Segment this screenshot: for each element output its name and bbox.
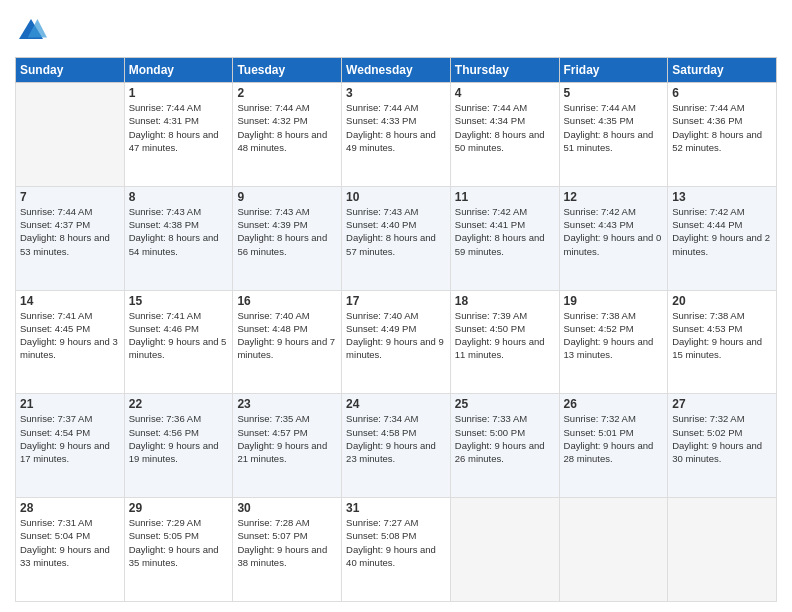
day-number: 5 bbox=[564, 86, 664, 100]
calendar-cell: 11Sunrise: 7:42 AMSunset: 4:41 PMDayligh… bbox=[450, 186, 559, 290]
calendar-cell: 8Sunrise: 7:43 AMSunset: 4:38 PMDaylight… bbox=[124, 186, 233, 290]
day-number: 12 bbox=[564, 190, 664, 204]
header bbox=[15, 15, 777, 47]
day-number: 30 bbox=[237, 501, 337, 515]
cell-info: Sunrise: 7:40 AMSunset: 4:49 PMDaylight:… bbox=[346, 309, 446, 362]
cell-info: Sunrise: 7:34 AMSunset: 4:58 PMDaylight:… bbox=[346, 412, 446, 465]
page: SundayMondayTuesdayWednesdayThursdayFrid… bbox=[0, 0, 792, 612]
calendar-cell bbox=[450, 498, 559, 602]
cell-info: Sunrise: 7:44 AMSunset: 4:37 PMDaylight:… bbox=[20, 205, 120, 258]
cell-info: Sunrise: 7:28 AMSunset: 5:07 PMDaylight:… bbox=[237, 516, 337, 569]
calendar-cell: 17Sunrise: 7:40 AMSunset: 4:49 PMDayligh… bbox=[342, 290, 451, 394]
col-header-sunday: Sunday bbox=[16, 58, 125, 83]
logo-icon bbox=[15, 15, 47, 47]
cell-info: Sunrise: 7:44 AMSunset: 4:31 PMDaylight:… bbox=[129, 101, 229, 154]
calendar-cell: 31Sunrise: 7:27 AMSunset: 5:08 PMDayligh… bbox=[342, 498, 451, 602]
cell-info: Sunrise: 7:43 AMSunset: 4:38 PMDaylight:… bbox=[129, 205, 229, 258]
cell-info: Sunrise: 7:41 AMSunset: 4:45 PMDaylight:… bbox=[20, 309, 120, 362]
day-number: 26 bbox=[564, 397, 664, 411]
cell-info: Sunrise: 7:44 AMSunset: 4:35 PMDaylight:… bbox=[564, 101, 664, 154]
calendar-header-row: SundayMondayTuesdayWednesdayThursdayFrid… bbox=[16, 58, 777, 83]
day-number: 20 bbox=[672, 294, 772, 308]
cell-info: Sunrise: 7:35 AMSunset: 4:57 PMDaylight:… bbox=[237, 412, 337, 465]
col-header-friday: Friday bbox=[559, 58, 668, 83]
calendar-cell: 12Sunrise: 7:42 AMSunset: 4:43 PMDayligh… bbox=[559, 186, 668, 290]
cell-info: Sunrise: 7:42 AMSunset: 4:43 PMDaylight:… bbox=[564, 205, 664, 258]
cell-info: Sunrise: 7:40 AMSunset: 4:48 PMDaylight:… bbox=[237, 309, 337, 362]
day-number: 18 bbox=[455, 294, 555, 308]
col-header-wednesday: Wednesday bbox=[342, 58, 451, 83]
cell-info: Sunrise: 7:44 AMSunset: 4:34 PMDaylight:… bbox=[455, 101, 555, 154]
calendar-week-4: 21Sunrise: 7:37 AMSunset: 4:54 PMDayligh… bbox=[16, 394, 777, 498]
day-number: 15 bbox=[129, 294, 229, 308]
cell-info: Sunrise: 7:43 AMSunset: 4:39 PMDaylight:… bbox=[237, 205, 337, 258]
calendar-cell: 2Sunrise: 7:44 AMSunset: 4:32 PMDaylight… bbox=[233, 83, 342, 187]
calendar-cell bbox=[559, 498, 668, 602]
calendar-cell: 25Sunrise: 7:33 AMSunset: 5:00 PMDayligh… bbox=[450, 394, 559, 498]
day-number: 31 bbox=[346, 501, 446, 515]
day-number: 9 bbox=[237, 190, 337, 204]
calendar-cell: 7Sunrise: 7:44 AMSunset: 4:37 PMDaylight… bbox=[16, 186, 125, 290]
calendar-week-1: 1Sunrise: 7:44 AMSunset: 4:31 PMDaylight… bbox=[16, 83, 777, 187]
cell-info: Sunrise: 7:36 AMSunset: 4:56 PMDaylight:… bbox=[129, 412, 229, 465]
day-number: 7 bbox=[20, 190, 120, 204]
cell-info: Sunrise: 7:27 AMSunset: 5:08 PMDaylight:… bbox=[346, 516, 446, 569]
cell-info: Sunrise: 7:39 AMSunset: 4:50 PMDaylight:… bbox=[455, 309, 555, 362]
day-number: 28 bbox=[20, 501, 120, 515]
col-header-monday: Monday bbox=[124, 58, 233, 83]
calendar-cell: 30Sunrise: 7:28 AMSunset: 5:07 PMDayligh… bbox=[233, 498, 342, 602]
calendar-week-2: 7Sunrise: 7:44 AMSunset: 4:37 PMDaylight… bbox=[16, 186, 777, 290]
cell-info: Sunrise: 7:37 AMSunset: 4:54 PMDaylight:… bbox=[20, 412, 120, 465]
day-number: 14 bbox=[20, 294, 120, 308]
calendar-cell: 9Sunrise: 7:43 AMSunset: 4:39 PMDaylight… bbox=[233, 186, 342, 290]
calendar-cell: 15Sunrise: 7:41 AMSunset: 4:46 PMDayligh… bbox=[124, 290, 233, 394]
col-header-tuesday: Tuesday bbox=[233, 58, 342, 83]
cell-info: Sunrise: 7:44 AMSunset: 4:33 PMDaylight:… bbox=[346, 101, 446, 154]
day-number: 11 bbox=[455, 190, 555, 204]
cell-info: Sunrise: 7:32 AMSunset: 5:02 PMDaylight:… bbox=[672, 412, 772, 465]
day-number: 19 bbox=[564, 294, 664, 308]
cell-info: Sunrise: 7:33 AMSunset: 5:00 PMDaylight:… bbox=[455, 412, 555, 465]
calendar-cell: 3Sunrise: 7:44 AMSunset: 4:33 PMDaylight… bbox=[342, 83, 451, 187]
day-number: 3 bbox=[346, 86, 446, 100]
calendar-cell: 10Sunrise: 7:43 AMSunset: 4:40 PMDayligh… bbox=[342, 186, 451, 290]
cell-info: Sunrise: 7:44 AMSunset: 4:32 PMDaylight:… bbox=[237, 101, 337, 154]
calendar-cell: 24Sunrise: 7:34 AMSunset: 4:58 PMDayligh… bbox=[342, 394, 451, 498]
calendar-cell: 6Sunrise: 7:44 AMSunset: 4:36 PMDaylight… bbox=[668, 83, 777, 187]
cell-info: Sunrise: 7:32 AMSunset: 5:01 PMDaylight:… bbox=[564, 412, 664, 465]
day-number: 13 bbox=[672, 190, 772, 204]
calendar-cell bbox=[668, 498, 777, 602]
calendar-cell: 28Sunrise: 7:31 AMSunset: 5:04 PMDayligh… bbox=[16, 498, 125, 602]
cell-info: Sunrise: 7:44 AMSunset: 4:36 PMDaylight:… bbox=[672, 101, 772, 154]
calendar-cell: 5Sunrise: 7:44 AMSunset: 4:35 PMDaylight… bbox=[559, 83, 668, 187]
calendar-cell: 26Sunrise: 7:32 AMSunset: 5:01 PMDayligh… bbox=[559, 394, 668, 498]
calendar-cell: 23Sunrise: 7:35 AMSunset: 4:57 PMDayligh… bbox=[233, 394, 342, 498]
cell-info: Sunrise: 7:31 AMSunset: 5:04 PMDaylight:… bbox=[20, 516, 120, 569]
calendar-week-5: 28Sunrise: 7:31 AMSunset: 5:04 PMDayligh… bbox=[16, 498, 777, 602]
day-number: 21 bbox=[20, 397, 120, 411]
calendar-cell: 4Sunrise: 7:44 AMSunset: 4:34 PMDaylight… bbox=[450, 83, 559, 187]
cell-info: Sunrise: 7:41 AMSunset: 4:46 PMDaylight:… bbox=[129, 309, 229, 362]
day-number: 27 bbox=[672, 397, 772, 411]
day-number: 29 bbox=[129, 501, 229, 515]
day-number: 4 bbox=[455, 86, 555, 100]
day-number: 23 bbox=[237, 397, 337, 411]
calendar-cell bbox=[16, 83, 125, 187]
calendar-cell: 14Sunrise: 7:41 AMSunset: 4:45 PMDayligh… bbox=[16, 290, 125, 394]
calendar-cell: 21Sunrise: 7:37 AMSunset: 4:54 PMDayligh… bbox=[16, 394, 125, 498]
day-number: 10 bbox=[346, 190, 446, 204]
day-number: 16 bbox=[237, 294, 337, 308]
day-number: 25 bbox=[455, 397, 555, 411]
day-number: 1 bbox=[129, 86, 229, 100]
calendar-cell: 1Sunrise: 7:44 AMSunset: 4:31 PMDaylight… bbox=[124, 83, 233, 187]
col-header-thursday: Thursday bbox=[450, 58, 559, 83]
cell-info: Sunrise: 7:38 AMSunset: 4:52 PMDaylight:… bbox=[564, 309, 664, 362]
calendar-cell: 22Sunrise: 7:36 AMSunset: 4:56 PMDayligh… bbox=[124, 394, 233, 498]
day-number: 8 bbox=[129, 190, 229, 204]
day-number: 6 bbox=[672, 86, 772, 100]
day-number: 17 bbox=[346, 294, 446, 308]
cell-info: Sunrise: 7:43 AMSunset: 4:40 PMDaylight:… bbox=[346, 205, 446, 258]
day-number: 22 bbox=[129, 397, 229, 411]
cell-info: Sunrise: 7:42 AMSunset: 4:41 PMDaylight:… bbox=[455, 205, 555, 258]
calendar-cell: 27Sunrise: 7:32 AMSunset: 5:02 PMDayligh… bbox=[668, 394, 777, 498]
